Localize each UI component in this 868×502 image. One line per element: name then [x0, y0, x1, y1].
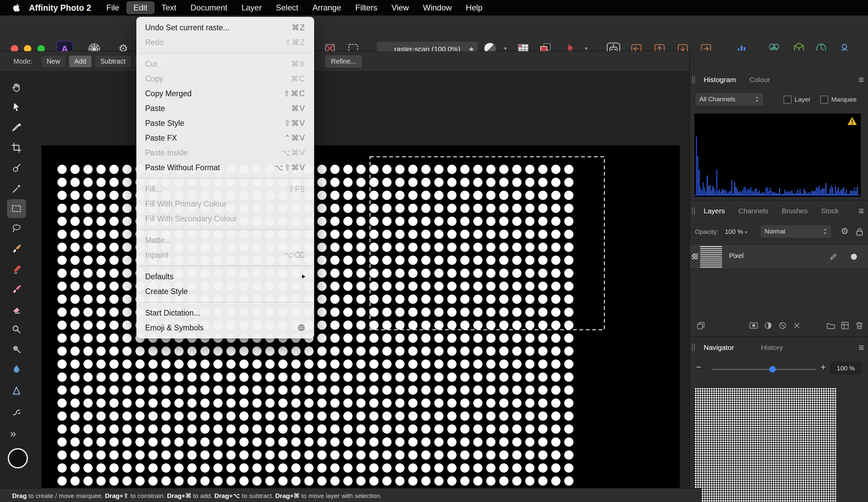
menu-item-paste-style[interactable]: Paste Style⇧⌘V	[136, 116, 314, 130]
selection-brush-tool[interactable]	[7, 159, 26, 178]
warning-icon[interactable]	[847, 116, 857, 125]
menu-item-fill-secondary-colour: Fill With Secondary Colour	[136, 211, 314, 226]
app-name[interactable]: Affinity Photo 2	[24, 3, 99, 13]
view-tool[interactable]	[7, 77, 26, 96]
flood-select-tool[interactable]	[7, 179, 26, 198]
menu-item-copy-merged[interactable]: Copy Merged⇧⌘C	[136, 86, 314, 101]
tab-brushes[interactable]: Brushes	[782, 207, 808, 215]
channel-select[interactable]: All Channels	[695, 93, 764, 106]
delete-selection-icon[interactable]	[791, 318, 802, 333]
tab-stock[interactable]: Stock	[821, 207, 839, 215]
menubar-item-document[interactable]: Document	[184, 1, 234, 14]
colour-picker-tool[interactable]	[7, 118, 26, 137]
navigator-preview[interactable]	[694, 387, 837, 502]
menubar-item-edit[interactable]: Edit	[126, 1, 154, 14]
menu-item-defaults[interactable]: Defaults	[136, 269, 314, 284]
zoom-value[interactable]: 100 %	[830, 362, 861, 375]
mode-subtract-button[interactable]: Subtract	[95, 55, 131, 67]
menu-separator	[140, 229, 311, 230]
smudge-tool[interactable]	[7, 402, 26, 421]
menu-item-paste[interactable]: Paste⌘V	[136, 101, 314, 116]
zoom-in-button[interactable]: +	[820, 362, 826, 373]
menu-item-undo[interactable]: Undo Set current raste...⌘Z	[136, 20, 314, 35]
tab-layers[interactable]: Layers	[704, 207, 725, 215]
move-tool[interactable]	[7, 98, 26, 117]
menu-item-create-style[interactable]: Create Style	[136, 284, 314, 299]
erase-tool[interactable]	[7, 301, 26, 319]
tab-navigator[interactable]: Navigator	[704, 344, 734, 352]
colour-selector-wheel[interactable]	[8, 448, 28, 468]
group-layers-icon[interactable]	[825, 318, 836, 333]
panel-grip-icon[interactable]	[692, 207, 695, 215]
paint-brush-tool[interactable]	[7, 240, 26, 258]
tab-history[interactable]: History	[761, 344, 783, 352]
zoom-out-button[interactable]: −	[696, 362, 701, 373]
marquee-checkbox[interactable]: Marquee	[820, 95, 857, 104]
panel-menu-icon[interactable]: ≡	[859, 208, 864, 214]
tab-colour[interactable]: Colour	[750, 76, 771, 84]
transparency-checker-icon	[692, 253, 698, 259]
checkbox-icon	[784, 96, 792, 104]
menubar-item-view[interactable]: View	[384, 1, 416, 14]
burn-tool[interactable]	[7, 340, 26, 359]
menu-item-paste-without-format[interactable]: Paste Without Format⌥⇧⌘V	[136, 160, 314, 175]
menu-item-paste-fx[interactable]: Paste FX⌃⌘V	[136, 130, 314, 145]
mask-layer-icon[interactable]	[748, 318, 759, 333]
live-filter-icon[interactable]	[777, 318, 788, 333]
layer-name: Pixel	[729, 252, 743, 260]
panel-menu-icon[interactable]: ≡	[859, 344, 864, 351]
panel-grip-icon[interactable]	[692, 76, 695, 83]
canvas-area[interactable]	[0, 71, 689, 488]
refine-button[interactable]: Refine...	[324, 55, 362, 68]
dodge-tool[interactable]	[7, 320, 26, 339]
menubar-item-filters[interactable]: Filters	[348, 1, 384, 14]
menubar-item-file[interactable]: File	[99, 1, 127, 14]
zoom-slider-thumb[interactable]	[769, 366, 776, 373]
apple-menu-icon[interactable]	[9, 4, 24, 12]
layer-visibility-toggle[interactable]	[851, 254, 857, 260]
menu-item-fill: Fill...⇧F5	[136, 182, 314, 197]
menu-item-emoji-symbols[interactable]: Emoji & Symbols	[136, 320, 314, 335]
mode-add-button[interactable]: Add	[69, 55, 92, 67]
blend-mode-select[interactable]: Normal	[760, 225, 831, 238]
opacity-label: Opacity:	[695, 228, 719, 236]
zoom-slider-track[interactable]	[711, 369, 816, 370]
layer-row-pixel[interactable]: Pixel	[690, 244, 868, 269]
menu-item-start-dictation[interactable]: Start Dictation...	[136, 305, 314, 320]
layer-edit-pen-icon[interactable]	[829, 252, 838, 262]
layer-thumbnail[interactable]	[700, 246, 722, 268]
menubar-item-window[interactable]: Window	[416, 1, 458, 14]
duplicate-layer-icon[interactable]	[695, 318, 706, 333]
pixel-tool[interactable]	[7, 260, 26, 279]
menu-separator	[140, 53, 311, 53]
tab-channels[interactable]: Channels	[738, 207, 768, 215]
colour-replacement-brush-tool[interactable]	[7, 280, 26, 299]
sharpen-tool[interactable]	[7, 381, 26, 400]
layer-settings-gear-icon[interactable]: ⚙	[841, 226, 848, 237]
trash-icon[interactable]	[854, 318, 865, 333]
add-layer-icon[interactable]	[839, 318, 850, 333]
lock-icon[interactable]	[856, 228, 864, 238]
menu-separator	[140, 302, 311, 303]
menubar-item-help[interactable]: Help	[459, 1, 489, 14]
menubar-item-layer[interactable]: Layer	[234, 1, 269, 14]
selection-marquee[interactable]	[369, 156, 605, 331]
menubar: Affinity Photo 2 File Edit Text Document…	[0, 0, 868, 15]
layer-checkbox[interactable]: Layer	[784, 95, 811, 104]
panel-menu-icon[interactable]: ≡	[859, 76, 864, 83]
panel-grip-icon[interactable]	[692, 344, 695, 351]
mode-new-button[interactable]: New	[41, 55, 66, 67]
blur-tool[interactable]	[7, 360, 26, 379]
more-tools-button[interactable]: »	[10, 427, 16, 440]
rectangular-marquee-tool[interactable]	[7, 199, 26, 218]
menubar-item-select[interactable]: Select	[269, 1, 306, 14]
tab-histogram[interactable]: Histogram	[704, 76, 736, 84]
opacity-value-dropdown[interactable]: 100 % ▾	[725, 228, 747, 236]
crop-tool[interactable]	[7, 138, 26, 157]
submenu-chevron-icon	[302, 274, 306, 279]
adjustment-layer-icon[interactable]	[762, 318, 774, 333]
freehand-selection-tool[interactable]	[7, 219, 26, 238]
menubar-item-text[interactable]: Text	[155, 1, 184, 14]
menubar-item-arrange[interactable]: Arrange	[306, 1, 348, 14]
checkbox-icon	[820, 96, 828, 104]
